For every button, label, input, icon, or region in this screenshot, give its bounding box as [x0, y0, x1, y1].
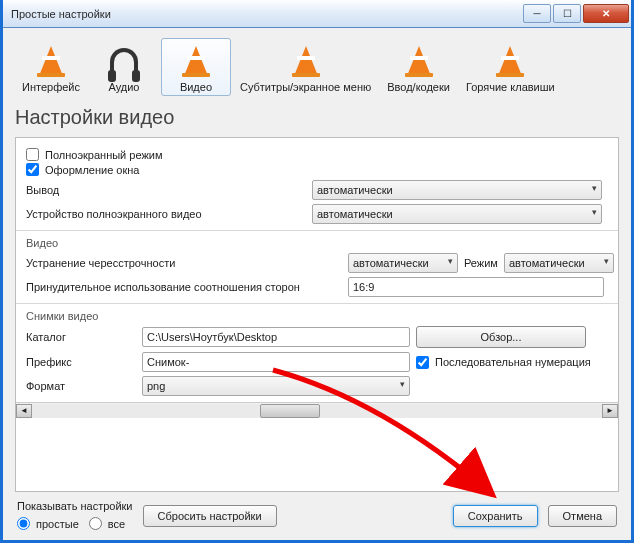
tab-audio[interactable]: Аудио	[89, 38, 159, 96]
prefix-input[interactable]	[142, 352, 410, 372]
aspect-label: Принудительное использование соотношения…	[26, 281, 342, 293]
browse-button[interactable]: Обзор...	[416, 326, 586, 348]
divider	[16, 303, 618, 304]
format-select[interactable]: png	[142, 376, 410, 396]
reset-button[interactable]: Сбросить настройки	[143, 505, 277, 527]
page-title: Настройки видео	[15, 106, 619, 129]
category-tabs: Интерфейс Аудио Видео Субтитры/экранное …	[15, 38, 619, 96]
output-select[interactable]: автоматически	[312, 180, 602, 200]
maximize-button[interactable]: ☐	[553, 4, 581, 23]
cancel-button[interactable]: Отмена	[548, 505, 617, 527]
sequential-checkbox[interactable]	[416, 356, 429, 369]
fullscreen-label: Полноэкранный режим	[45, 149, 163, 161]
fsdev-label: Устройство полноэкранного видео	[26, 208, 306, 220]
aspect-input[interactable]	[348, 277, 604, 297]
deinterlace-select[interactable]: автоматически	[348, 253, 458, 273]
content-area: Интерфейс Аудио Видео Субтитры/экранное …	[3, 28, 631, 540]
fullscreen-checkbox[interactable]	[26, 148, 39, 161]
titlebar: Простые настройки ─ ☐ ✕	[3, 0, 631, 28]
cone-icon	[294, 46, 318, 76]
cone-icon	[39, 46, 63, 76]
cone-icon	[407, 46, 431, 76]
tab-hotkeys[interactable]: Горячие клавиши	[459, 38, 562, 96]
scroll-thumb[interactable]	[260, 404, 320, 418]
tab-subtitles[interactable]: Субтитры/экранное меню	[233, 38, 378, 96]
tab-label: Ввод/кодеки	[387, 81, 450, 93]
window-decor-label: Оформление окна	[45, 164, 139, 176]
scroll-left-icon[interactable]: ◄	[16, 404, 32, 418]
mode-label: Режим	[464, 257, 498, 269]
simple-radio-label: простые	[36, 518, 79, 530]
tab-label: Горячие клавиши	[466, 81, 555, 93]
format-label: Формат	[26, 380, 136, 392]
mode-select[interactable]: автоматически	[504, 253, 614, 273]
tab-input-codecs[interactable]: Ввод/кодеки	[380, 38, 457, 96]
window-buttons: ─ ☐ ✕	[523, 4, 629, 23]
footer: Показывать настройки простые все Сбросит…	[15, 492, 619, 532]
window-decor-checkbox[interactable]	[26, 163, 39, 176]
settings-panel: Полноэкранный режим Оформление окна Выво…	[15, 137, 619, 492]
tab-label: Видео	[168, 81, 224, 93]
cone-icon	[498, 46, 522, 76]
prefix-label: Префикс	[26, 356, 136, 368]
horizontal-scrollbar[interactable]: ◄ ►	[16, 402, 618, 418]
tab-label: Субтитры/экранное меню	[240, 81, 371, 93]
fsdev-select[interactable]: автоматически	[312, 204, 602, 224]
cone-icon	[184, 46, 208, 76]
all-radio-label: все	[108, 518, 125, 530]
video-group-label: Видео	[26, 237, 608, 249]
headphones-icon	[110, 48, 138, 74]
simple-radio[interactable]	[17, 517, 30, 530]
divider	[16, 230, 618, 231]
sequential-label: Последовательная нумерация	[435, 356, 591, 368]
minimize-button[interactable]: ─	[523, 4, 551, 23]
tab-label: Аудио	[96, 81, 152, 93]
show-settings-label: Показывать настройки	[17, 500, 133, 512]
deinterlace-label: Устранение чересстрочности	[26, 257, 342, 269]
tab-label: Интерфейс	[22, 81, 80, 93]
tab-interface[interactable]: Интерфейс	[15, 38, 87, 96]
directory-label: Каталог	[26, 331, 136, 343]
directory-input[interactable]	[142, 327, 410, 347]
snapshot-group-label: Снимки видео	[26, 310, 608, 322]
window-title: Простые настройки	[11, 8, 523, 20]
close-button[interactable]: ✕	[583, 4, 629, 23]
output-label: Вывод	[26, 184, 306, 196]
all-radio[interactable]	[89, 517, 102, 530]
save-button[interactable]: Сохранить	[453, 505, 538, 527]
tab-video[interactable]: Видео	[161, 38, 231, 96]
scroll-right-icon[interactable]: ►	[602, 404, 618, 418]
